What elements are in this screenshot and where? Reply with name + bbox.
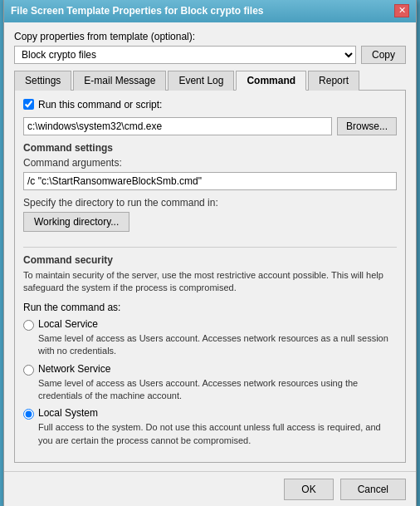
radio-row-local-service: Local Service xyxy=(23,318,397,331)
tab-settings[interactable]: Settings xyxy=(14,71,71,91)
radio-network-service-label: Network Service xyxy=(38,363,110,375)
security-desc: To maintain security of the server, use … xyxy=(23,269,397,295)
browse-button[interactable]: Browse... xyxy=(337,117,397,135)
run-as-label: Run the command as: xyxy=(23,302,397,313)
title-bar: File Screen Template Properties for Bloc… xyxy=(4,0,416,22)
settings-label: Command settings xyxy=(23,142,397,154)
tab-command[interactable]: Command xyxy=(236,71,306,91)
network-service-desc: Same level of access as Users account. A… xyxy=(38,377,397,403)
radio-network-service[interactable] xyxy=(23,365,34,376)
security-section: Command security To maintain security of… xyxy=(23,254,397,447)
copy-button[interactable]: Copy xyxy=(361,46,406,64)
copy-label: Copy properties from template (optional)… xyxy=(14,31,406,42)
tab-eventlog[interactable]: Event Log xyxy=(168,71,234,91)
local-system-desc: Full access to the system. Do not use th… xyxy=(38,421,397,447)
args-input[interactable] xyxy=(23,172,397,190)
window-title: File Screen Template Properties for Bloc… xyxy=(11,5,264,17)
tab-content-command: Run this command or script: Browse... Co… xyxy=(14,91,406,463)
tab-email[interactable]: E-mail Message xyxy=(73,71,166,91)
copy-row: Block crypto files Copy xyxy=(14,46,406,64)
command-input[interactable] xyxy=(23,117,332,135)
run-checkbox[interactable] xyxy=(23,99,34,110)
radio-group-network-service: Network Service Same level of access as … xyxy=(23,363,397,403)
radio-local-system[interactable] xyxy=(23,409,34,420)
radio-local-service[interactable] xyxy=(23,320,34,331)
bottom-bar: OK Cancel xyxy=(4,471,416,506)
dir-label: Specify the directory to run the command… xyxy=(23,197,397,209)
radio-local-system-label: Local System xyxy=(38,407,98,419)
main-content: Copy properties from template (optional)… xyxy=(4,22,416,471)
run-checkbox-row: Run this command or script: xyxy=(23,99,397,111)
radio-group-local-service: Local Service Same level of access as Us… xyxy=(23,318,397,358)
cancel-button[interactable]: Cancel xyxy=(340,479,406,500)
ok-button[interactable]: OK xyxy=(284,479,333,500)
local-service-desc: Same level of access as Users account. A… xyxy=(38,332,397,358)
close-button[interactable]: ✕ xyxy=(394,4,409,17)
radio-row-local-system: Local System xyxy=(23,407,397,420)
radio-row-network-service: Network Service xyxy=(23,363,397,376)
radio-group-local-system: Local System Full access to the system. … xyxy=(23,407,397,447)
working-dir-button[interactable]: Working directory... xyxy=(23,212,129,232)
run-checkbox-label: Run this command or script: xyxy=(38,99,162,111)
tab-report[interactable]: Report xyxy=(308,71,359,91)
args-label: Command arguments: xyxy=(23,157,397,169)
main-window: File Screen Template Properties for Bloc… xyxy=(3,0,417,506)
security-label: Command security xyxy=(23,254,397,266)
radio-local-service-label: Local Service xyxy=(38,318,98,330)
template-select[interactable]: Block crypto files xyxy=(14,46,356,64)
divider xyxy=(23,247,397,248)
tabs-bar: Settings E-mail Message Event Log Comman… xyxy=(14,71,406,91)
command-field-row: Browse... xyxy=(23,117,397,135)
